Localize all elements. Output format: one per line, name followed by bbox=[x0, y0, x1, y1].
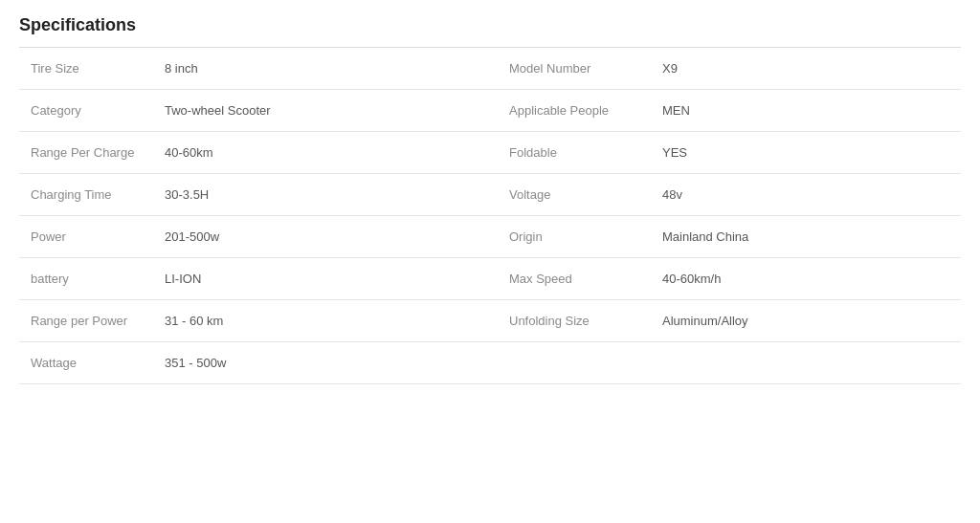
spec-label-right: Voltage bbox=[498, 174, 651, 216]
spec-label-right: Foldable bbox=[498, 132, 651, 174]
specs-table: Tire Size8 inchModel NumberX9CategoryTwo… bbox=[19, 48, 961, 384]
spec-label-right: Applicable People bbox=[498, 90, 651, 132]
table-row: Tire Size8 inchModel NumberX9 bbox=[19, 48, 961, 90]
spec-value-left: Two-wheel Scooter bbox=[153, 90, 498, 132]
table-row: Charging Time30-3.5HVoltage48v bbox=[19, 174, 961, 216]
spec-value-left: 40-60km bbox=[153, 132, 498, 174]
spec-label-left: Power bbox=[19, 216, 153, 258]
spec-value-left: 30-3.5H bbox=[153, 174, 498, 216]
spec-value-left: LI-ION bbox=[153, 258, 498, 300]
spec-value-right: X9 bbox=[651, 48, 961, 90]
spec-label-left: Tire Size bbox=[19, 48, 153, 90]
spec-label-right: Unfolding Size bbox=[498, 300, 651, 342]
table-row: Power201-500wOriginMainland China bbox=[19, 216, 961, 258]
spec-label-left: Category bbox=[19, 90, 153, 132]
table-row: batteryLI-IONMax Speed40-60km/h bbox=[19, 258, 961, 300]
spec-value-right: MEN bbox=[651, 90, 961, 132]
table-row: Wattage351 - 500w bbox=[19, 342, 961, 384]
table-row: Range Per Charge40-60kmFoldableYES bbox=[19, 132, 961, 174]
page-title: Specifications bbox=[19, 15, 961, 35]
spec-value-right bbox=[651, 342, 961, 384]
spec-value-right: Aluminum/Alloy bbox=[651, 300, 961, 342]
spec-value-left: 8 inch bbox=[153, 48, 498, 90]
table-row: CategoryTwo-wheel ScooterApplicable Peop… bbox=[19, 90, 961, 132]
spec-label-right: Origin bbox=[498, 216, 651, 258]
spec-value-right: Mainland China bbox=[651, 216, 961, 258]
spec-label-left: battery bbox=[19, 258, 153, 300]
spec-value-right: 48v bbox=[651, 174, 961, 216]
spec-label-left: Charging Time bbox=[19, 174, 153, 216]
spec-value-left: 351 - 500w bbox=[153, 342, 498, 384]
spec-value-right: 40-60km/h bbox=[651, 258, 961, 300]
spec-value-left: 201-500w bbox=[153, 216, 498, 258]
spec-label-left: Range Per Charge bbox=[19, 132, 153, 174]
spec-label-right bbox=[498, 342, 651, 384]
spec-label-right: Max Speed bbox=[498, 258, 651, 300]
spec-value-right: YES bbox=[651, 132, 961, 174]
spec-label-right: Model Number bbox=[498, 48, 651, 90]
spec-value-left: 31 - 60 km bbox=[153, 300, 498, 342]
spec-label-left: Wattage bbox=[19, 342, 153, 384]
spec-label-left: Range per Power bbox=[19, 300, 153, 342]
table-row: Range per Power31 - 60 kmUnfolding SizeA… bbox=[19, 300, 961, 342]
